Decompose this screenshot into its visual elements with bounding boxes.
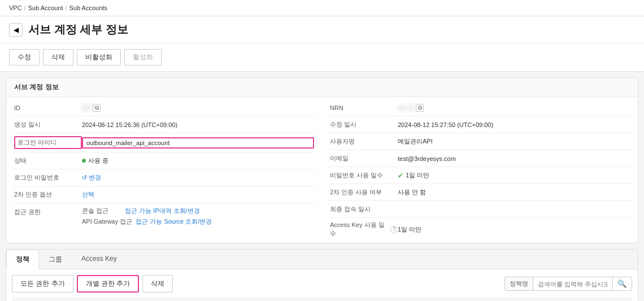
mfa-use-value: 사용 안 함	[398, 188, 630, 197]
modified-label: 수정 일시	[330, 120, 398, 129]
tabs-bar: 정책 그룹 Access Key	[6, 250, 638, 269]
nrn-value: nrn: 8 ⧉	[398, 104, 630, 112]
login-pw-label: 로그인 비밀번호	[14, 173, 82, 182]
breadcrumb-vpc[interactable]: VPC	[9, 5, 22, 11]
id-value: d 8 ⧉	[82, 104, 314, 112]
id-label: ID	[14, 104, 82, 111]
tab-policy[interactable]: 정책	[6, 250, 39, 269]
access-key-help-icon[interactable]: ?	[390, 226, 398, 233]
section-title: 서브 계정 정보	[6, 78, 638, 97]
username-value: 메일관리API	[398, 137, 630, 146]
col-policy-name: 정책명 ▲	[29, 297, 185, 301]
login-id-label: 로그인 아이디	[14, 136, 82, 149]
search-label: 정책명	[505, 277, 533, 290]
tab-group[interactable]: 그룹	[39, 250, 72, 269]
mfa-link[interactable]: 선택	[82, 190, 94, 199]
api-source-link[interactable]: 접근 가능 Source 조회/변경	[136, 217, 212, 226]
email-label: 이메일	[330, 154, 398, 163]
console-ip-link[interactable]: 접근 가능 IP대역 조회/변경	[125, 207, 200, 215]
col-policy-status: 권한 상태	[463, 297, 501, 301]
pw-days-label: 비밀번호 사용 일수	[330, 171, 398, 180]
search-area: 정책명 🔍	[504, 277, 632, 291]
change-pw-button[interactable]: ↺ 변경	[82, 173, 101, 182]
breadcrumb-sub-account[interactable]: Sub Account	[28, 5, 63, 11]
page-title: 서브 계정 세부 정보	[28, 22, 128, 37]
delete-policy-button[interactable]: 삭제	[142, 275, 173, 293]
breadcrumb: VPC / Sub Account / Sub Accounts	[0, 0, 644, 16]
tab-content-policy: 모든 권한 추가 개별 권한 추가 삭제 정책명 🔍 정책명 ▲ 정책 설명 정…	[6, 269, 638, 301]
breadcrumb-sub-accounts[interactable]: Sub Accounts	[69, 5, 107, 11]
add-individual-button[interactable]: 개별 권한 추가	[77, 275, 140, 293]
activate-button[interactable]: 활성화	[124, 49, 162, 66]
login-pw-value: ↺ 변경	[82, 173, 314, 182]
api-access-label: API Gateway 접근	[82, 217, 132, 226]
delete-button[interactable]: 삭제	[43, 49, 73, 66]
col-policy-created: 생성 일시 ▲	[501, 297, 612, 301]
access-key-days-value: 1일 미만	[398, 225, 630, 234]
col-policy-type: 정책 유형 ▲	[390, 297, 463, 301]
search-button[interactable]: 🔍	[612, 277, 632, 290]
copy-nrn-icon[interactable]: ⧉	[416, 104, 424, 112]
nrn-label: NRN	[330, 104, 398, 111]
search-input[interactable]	[533, 278, 612, 290]
edit-button[interactable]: 수정	[9, 49, 40, 66]
status-dot	[82, 159, 86, 163]
deactivate-button[interactable]: 비활성화	[77, 49, 121, 66]
pw-days-value: ✔ 1일 미만	[398, 171, 630, 180]
access-label: 접근 권한	[14, 207, 82, 216]
login-id-value: outbound_mailer_api_account	[82, 137, 314, 149]
modified-value: 2024-08-12 15:27:50 (UTC+09:00)	[398, 121, 630, 128]
status-value: 사용 중	[82, 156, 314, 165]
mfa-use-label: 2차 인증 사용 여부	[330, 188, 398, 197]
status-label: 상태	[14, 156, 82, 165]
created-label: 생성 일시	[14, 120, 82, 129]
last-access-label: 최종 접속 일시	[330, 205, 398, 213]
mfa-value: 선택	[82, 190, 314, 199]
access-key-days-label: Access Key 사용 일수 ?	[330, 221, 398, 238]
policy-table: 정책명 ▲ 정책 설명 정책 유형 ▲ 권한 상태 생성 일시 ▲ NCP_CL…	[12, 297, 632, 301]
mfa-label: 2차 인증 옵션	[14, 190, 82, 199]
back-button[interactable]: ◀	[9, 23, 23, 37]
username-label: 사용자명	[330, 137, 398, 146]
email-value: test@3rdeyesys.com	[398, 155, 630, 162]
console-access-label: 콘솔 접근	[82, 207, 121, 215]
add-all-button[interactable]: 모든 권한 추가	[12, 275, 73, 293]
created-value: 2024-08-12 15:26:36 (UTC+09:00)	[82, 121, 314, 128]
tab-access-key[interactable]: Access Key	[72, 250, 127, 269]
col-policy-desc: 정책 설명	[185, 297, 389, 301]
copy-id-icon[interactable]: ⧉	[93, 104, 101, 112]
